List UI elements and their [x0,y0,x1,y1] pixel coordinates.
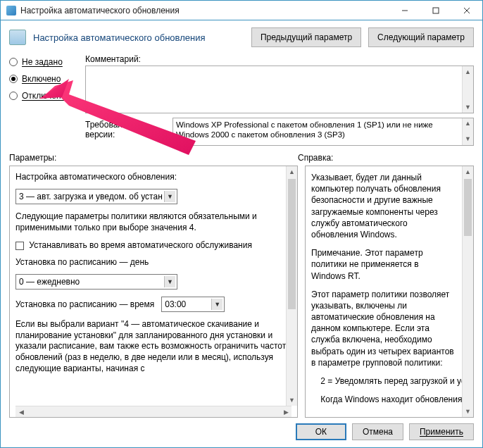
help-label: Справка: [298,153,474,163]
mode-note: Следующие параметры политики являются об… [15,211,291,233]
cancel-button[interactable]: Отмена [352,423,403,440]
state-section: Не задано Включено Отключено Комментарий… [1,51,482,113]
section-labels: Параметры: Справка: [1,146,482,166]
scroll-up-icon: ▲ [463,66,473,77]
chevron-down-icon: ▼ [211,299,222,310]
close-button[interactable] [451,1,482,20]
svg-rect-1 [433,8,439,13]
ok-button[interactable]: ОК [296,423,346,440]
schedule-day-select[interactable]: 0 — ежедневно ▼ [15,274,177,290]
version-textbox[interactable]: Windows XP Professional с пакетом обновл… [172,118,474,146]
horizontal-scrollbar[interactable]: ◀ ▶ [15,406,291,417]
scrollbar[interactable]: ▲ ▼ [462,166,473,417]
option4-note: Если вы выбрали вариант "4 — автоматичес… [15,319,291,374]
help-p1: Указывает, будет ли данный компьютер пол… [311,172,455,240]
version-label: Требования к версии: [85,118,168,146]
parameters-label: Параметры: [9,153,298,163]
scroll-left-icon: ◀ [15,409,27,416]
state-radios: Не задано Включено Отключено [9,54,85,113]
panels: Настройка автоматического обновления: 3 … [1,166,482,418]
scroll-up-icon: ▲ [463,118,473,130]
scroll-down-icon: ▼ [287,394,297,406]
update-mode-select[interactable]: 3 — авт. загрузка и уведом. об устан ▼ [15,189,177,204]
policy-editor-window: Настройка автоматического обновления Нас… [0,0,483,448]
apply-button[interactable]: Применить [409,423,474,440]
radio-icon [9,58,18,66]
options-panel: Настройка автоматического обновления: 3 … [9,166,298,418]
scroll-right-icon: ▶ [280,409,291,416]
scrollbar[interactable]: ▲ ▼ [462,118,473,145]
help-p2: Примечание. Этот параметр политики не пр… [311,247,455,282]
next-setting-button[interactable]: Следующий параметр [368,27,474,47]
scroll-down-icon: ▼ [463,406,473,417]
help-p3: Этот параметр политики позволяет указыва… [311,289,455,368]
radio-not-configured[interactable]: Не задано [9,57,85,67]
scroll-down-icon: ▼ [463,101,473,113]
help-panel: Указывает, будет ли данный компьютер пол… [305,166,474,418]
header: Настройка автоматического обновления Пре… [1,20,482,51]
policy-icon [9,30,26,45]
scroll-down-icon: ▼ [463,134,473,145]
help-p5: Когда Windows находит обновления, [311,394,455,405]
scroll-up-icon: ▲ [287,166,297,178]
radio-icon [9,92,18,100]
radio-enabled[interactable]: Включено [9,74,85,84]
schedule-time-label: Установка по расписанию — время [15,299,154,309]
version-section: Требования к версии: Windows XP Professi… [1,113,482,146]
scroll-up-icon: ▲ [463,166,473,178]
comment-textarea[interactable]: ▲ ▼ [85,66,474,113]
scrollbar[interactable]: ▲ ▼ [462,66,473,113]
options-heading: Настройка автоматического обновления: [15,172,291,182]
help-p4: 2 = Уведомлять перед загрузкой и установ… [311,375,455,387]
chevron-down-icon: ▼ [164,191,175,202]
titlebar: Настройка автоматического обновления [1,1,482,20]
schedule-time-select[interactable]: 03:00 ▼ [161,297,225,312]
window-title: Настройка автоматического обновления [20,6,180,15]
maximize-button[interactable] [420,1,451,20]
footer: ОК Отмена Применить [1,418,482,447]
auto-maintenance-option[interactable]: Устанавливать во время автоматического о… [15,240,291,250]
minimize-button[interactable] [389,1,420,20]
comment-label: Комментарий: [85,54,474,64]
page-title: Настройка автоматического обновления [33,32,244,43]
comment-column: Комментарий: ▲ ▼ [85,54,474,113]
checkbox-icon [15,242,24,250]
prev-setting-button[interactable]: Предыдущий параметр [251,27,361,47]
radio-disabled[interactable]: Отключено [9,91,85,101]
radio-icon [9,75,18,83]
app-icon [6,6,16,15]
chevron-down-icon: ▼ [164,276,175,287]
scrollbar[interactable]: ▲ ▼ [286,166,297,406]
schedule-day-label: Установка по расписанию — день [15,257,291,267]
